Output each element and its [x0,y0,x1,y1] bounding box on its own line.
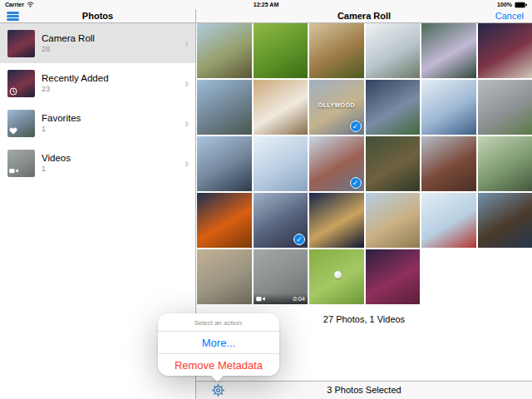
album-thumbnail [7,70,35,97]
photo-thumbnail-tower-bridge[interactable] [309,193,364,248]
photo-thumbnail-marina-bay[interactable] [197,136,252,191]
photo-thumbnail-hollywood-sign[interactable]: OLLYWOOD ✓ [309,80,364,135]
sidebar-item-videos[interactable]: Videos 1 › [0,143,195,183]
selected-check-icon: ✓ [350,177,362,189]
photo-thumbnail-oval-office[interactable] [421,136,476,191]
golf-ball-highlight [334,271,342,278]
photo-thumbnail-night-crowd[interactable] [366,249,421,304]
chevron-right-icon: › [185,157,189,169]
video-overlay: 0:04 [254,293,308,304]
sidebar-title: Photos [0,9,195,22]
heart-badge-icon [9,127,17,135]
video-badge-icon [9,167,17,175]
photo-thumbnail-skydivers[interactable] [366,80,421,135]
photo-thumbnail-white-dog[interactable] [254,80,308,135]
album-name: Videos [42,153,185,163]
photo-thumbnail-golf-ball[interactable] [309,249,364,304]
photo-thumbnail-skyline-dusk[interactable]: ✓ [254,193,308,248]
album-name: Favorites [42,113,185,123]
selected-check-icon: ✓ [350,121,362,132]
main-navbar: Camera Roll Cancel [196,9,532,23]
sidebar-item-camera-roll[interactable]: Camera Roll 28 › [0,23,195,63]
wifi-icon [27,2,34,7]
album-thumbnail [7,150,35,177]
photo-thumbnail-mountain-train[interactable] [421,193,476,248]
photo-thumbnail-glacier-falls[interactable] [366,23,421,78]
album-thumbnail [7,30,35,57]
video-camera-icon [256,296,265,302]
photo-thumbnail-deer[interactable] [366,136,421,191]
photo-thumbnail-forest-path[interactable] [478,136,532,191]
album-count: 1 [42,125,185,133]
photo-thumbnail-buddha-statue[interactable] [197,80,252,135]
photo-thumbnail-building-facade[interactable] [478,80,532,135]
carrier-label: Carrier [5,2,24,7]
sidebar-navbar: Photos [0,9,196,23]
action-sheet: Select an action: More... Remove Metadat… [158,313,279,376]
photo-thumbnail-tokyo-station[interactable]: ✓ [309,136,364,191]
clock-badge-icon [9,87,17,96]
action-sheet-header: Select an action: [158,313,279,331]
photo-thumbnail-orange-car[interactable] [197,193,252,248]
photo-thumbnail-city-road[interactable] [197,249,252,304]
sidebar-item-recently-added[interactable]: Recently Added 23 › [0,63,195,103]
photo-thumbnail-purple-falls[interactable] [421,23,476,78]
photo-thumbnail-snow-peak[interactable] [421,80,476,135]
screen: Carrier 12:25 AM 100% Photos Camera Roll… [0,0,532,399]
clock-label: 12:25 AM [0,2,532,7]
video-duration: 0:04 [293,295,305,303]
photo-thumbnail-clock-tower[interactable] [366,193,421,248]
album-name: Camera Roll [42,33,185,43]
album-count: 1 [42,165,185,173]
album-count: 23 [42,85,185,93]
page-title: Camera Roll [196,9,532,22]
chevron-right-icon: › [185,77,189,89]
album-name: Recently Added [42,73,185,83]
photo-thumbnail-tall-ship[interactable] [478,193,532,248]
chevron-right-icon: › [185,117,189,129]
selected-check-icon: ✓ [293,234,305,245]
photo-thumbnail-times-square[interactable] [478,23,532,78]
selection-status: 3 Photos Selected [196,382,532,399]
cancel-button[interactable]: Cancel [495,9,524,22]
battery-percent-label: 100% [497,2,512,7]
nav-row: Photos Camera Roll Cancel [0,9,532,23]
photo-overlay-text: OLLYWOOD [309,101,364,107]
chevron-right-icon: › [185,37,189,49]
photo-thumbnail-hillside[interactable] [197,23,252,78]
sidebar-item-favorites[interactable]: Favorites 1 › [0,103,195,143]
battery-icon [515,2,527,8]
status-bar: Carrier 12:25 AM 100% [0,0,532,9]
bottom-toolbar: 3 Photos Selected [196,381,532,399]
photo-thumbnail-video-clip[interactable]: 0:04 [254,249,308,304]
album-count: 28 [42,45,185,53]
photo-thumbnail-green-leaves[interactable] [254,23,308,78]
remove-metadata-button[interactable]: Remove Metadata [158,353,279,376]
photo-grid: OLLYWOOD ✓ ✓ [196,23,532,304]
more-button[interactable]: More... [158,331,279,353]
album-thumbnail [7,110,35,137]
photo-thumbnail-moss-waterfall[interactable] [309,23,364,78]
photo-thumbnail-snow-forest[interactable] [254,136,308,191]
